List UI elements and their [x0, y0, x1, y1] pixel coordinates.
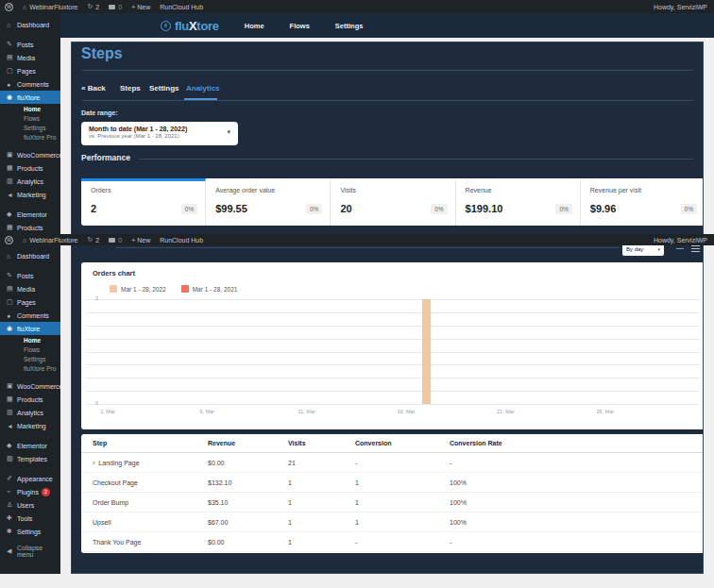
- sidebar-item-settings[interactable]: ✱Settings: [0, 525, 60, 538]
- metric-card-average-order-value[interactable]: Average order value$99.550%: [206, 178, 331, 226]
- fluxtore-logo[interactable]: fl fluXtore: [161, 19, 219, 33]
- admin-bar-new-button[interactable]: + New: [131, 237, 150, 244]
- sidebar-item-comments[interactable]: ●Comments: [0, 77, 60, 91]
- sidebar-item-fluxtore[interactable]: ◉fluXtore: [0, 322, 60, 335]
- admin-bar-howdy[interactable]: Howdy, ServiziWP: [654, 237, 707, 244]
- header-nav-flows[interactable]: Flows: [290, 22, 310, 30]
- sidebar-item-marketing[interactable]: ◄Marketing: [0, 419, 60, 432]
- date-range-label: Date range:: [81, 109, 118, 116]
- steps-panel: Steps « Back Steps Settings Analytics Da…: [71, 42, 704, 234]
- admin-bar-new-button[interactable]: + New: [131, 4, 150, 10]
- tab-back[interactable]: « Back: [81, 84, 106, 92]
- admin-bar-comments[interactable]: 0: [109, 4, 122, 10]
- sidebar-item-products[interactable]: ▦Products: [0, 161, 60, 175]
- pages-icon: ▢: [7, 298, 17, 306]
- metric-card-revenue[interactable]: Revenue$199.100%: [456, 178, 581, 226]
- dash-icon[interactable]: [676, 248, 684, 249]
- sidebar-item-label: Posts: [17, 42, 34, 48]
- sidebar-item-tools[interactable]: ✚Tools: [0, 512, 60, 525]
- tab-steps[interactable]: Steps: [120, 84, 141, 92]
- tab-settings[interactable]: Settings: [149, 84, 179, 92]
- sidebar-subitem-flows[interactable]: Flows: [0, 344, 60, 354]
- tab-analytics[interactable]: Analytics: [186, 84, 220, 92]
- header-nav-home[interactable]: Home: [245, 22, 264, 30]
- sidebar-item-elementor[interactable]: ◆Elementor: [0, 208, 60, 221]
- cell-step: Thank You Page: [93, 539, 208, 546]
- sidebar-item-fluxtore[interactable]: ◉fluXtore: [0, 91, 60, 104]
- sidebar-item-woocommerce[interactable]: ▣WooCommerce: [0, 148, 60, 161]
- sidebar-item-posts[interactable]: ✎Posts: [0, 269, 60, 282]
- fluxtore-logo-text: fluXtore: [175, 19, 219, 33]
- sidebar-item-label: Templates: [17, 456, 47, 462]
- sidebar-item-marketing[interactable]: ◄Marketing: [0, 188, 60, 201]
- sidebar-item-appearance[interactable]: ✐Appearance: [0, 472, 60, 485]
- sidebar-item-users[interactable]: ♙Users: [0, 498, 60, 512]
- comments-count: 0: [118, 4, 122, 10]
- sidebar-item-media[interactable]: ▤Media: [0, 51, 60, 64]
- column-header-conversion: Conversion: [355, 440, 450, 446]
- sidebar-item-dashboard[interactable]: ⌂Dashboard: [0, 18, 60, 31]
- sidebar-item-label: Products: [17, 165, 43, 172]
- sidebar-item-woocommerce[interactable]: ▣WooCommerce: [0, 379, 60, 393]
- title-divider: [81, 70, 693, 71]
- sidebar-subitem-home[interactable]: Home: [0, 335, 60, 344]
- sidebar-item-products[interactable]: ▦Products: [0, 393, 60, 406]
- legend-swatch-icon: [181, 285, 189, 293]
- expand-chevron-icon[interactable]: ›: [93, 460, 94, 466]
- sidebar-item-media[interactable]: ▤Media: [0, 282, 60, 295]
- sidebar-item-collapse[interactable]: ◀Collapse menu: [0, 545, 60, 558]
- fluxtore-icon: ◉: [7, 325, 17, 332]
- chart-menu-icon[interactable]: [691, 245, 700, 254]
- posts-icon: ✎: [7, 272, 17, 279]
- sidebar-subitem-flows[interactable]: Flows: [0, 113, 60, 123]
- metric-card-orders[interactable]: Orders20%: [81, 178, 206, 226]
- step-name: Order Bump: [93, 499, 128, 506]
- sidebar-item-label: Posts: [17, 273, 34, 279]
- admin-bar-updates[interactable]: ↻ 2: [87, 3, 99, 10]
- sidebar-item-label: Products: [17, 396, 43, 403]
- table-row: ›Landing Page$0.0021--: [81, 453, 704, 473]
- admin-bar-runcloud-link[interactable]: RunCloud Hub: [160, 4, 203, 10]
- sidebar-item-templates[interactable]: ▧Templates: [0, 452, 60, 465]
- sidebar-item-analytics[interactable]: ▥Analytics: [0, 175, 60, 188]
- cell-conversion: 1: [355, 479, 450, 486]
- cell-conversion: -: [355, 539, 450, 546]
- sidebar-subitem-settings[interactable]: Settings: [0, 123, 60, 132]
- sidebar-item-label: Comments: [17, 81, 49, 88]
- chart-gridline: [86, 378, 700, 378]
- date-range-select[interactable]: Month to date (Mar 1 - 28, 2022) vs. Pre…: [81, 122, 238, 145]
- header-nav-settings[interactable]: Settings: [335, 22, 364, 30]
- templates-icon: ▧: [7, 455, 17, 462]
- fluxtore-header: fl fluXtore Home Flows Settings: [60, 13, 714, 38]
- sidebar-item-analytics[interactable]: ▥Analytics: [0, 406, 60, 419]
- sidebar-subitem-home[interactable]: Home: [0, 104, 60, 113]
- sidebar-item-label: Media: [17, 55, 35, 61]
- sidebar-subitem-fluxtore-pro[interactable]: fluXtore Pro: [0, 363, 60, 373]
- chart-bar[interactable]: [422, 299, 431, 404]
- sidebar-item-pages[interactable]: ▢Pages: [0, 64, 60, 77]
- admin-bar-updates[interactable]: ↻ 2: [87, 236, 99, 244]
- legend-swatch-icon: [110, 285, 117, 293]
- sidebar-subitem-settings[interactable]: Settings: [0, 354, 60, 363]
- sidebar-item-posts[interactable]: ✎Posts: [0, 38, 60, 51]
- sidebar-item-comments[interactable]: ●Comments: [0, 309, 60, 322]
- wordpress-logo-icon[interactable]: W: [5, 236, 13, 244]
- admin-bar-site-link[interactable]: ⌂ WebinarFluxtore: [23, 4, 77, 10]
- sidebar-item-products-2[interactable]: ▦Products: [0, 221, 60, 234]
- cell-revenue: $0.00: [208, 539, 288, 546]
- cell-revenue: $0.00: [208, 460, 288, 466]
- sidebar-item-dashboard[interactable]: ⌂Dashboard: [0, 249, 60, 262]
- sidebar-item-plugins[interactable]: ⌁Plugins2: [0, 485, 60, 498]
- sidebar-item-label: Elementor: [17, 211, 47, 218]
- admin-bar-runcloud-link[interactable]: RunCloud Hub: [160, 237, 203, 244]
- admin-bar-howdy[interactable]: Howdy, ServiziWP: [654, 4, 707, 10]
- metric-card-visits[interactable]: Visits200%: [331, 178, 455, 226]
- sidebar-item-pages[interactable]: ▢Pages: [0, 295, 60, 309]
- sidebar-subitem-fluxtore-pro[interactable]: fluXtore Pro: [0, 132, 60, 142]
- admin-bar-site-link[interactable]: ⌂ WebinarFluxtore: [23, 237, 77, 244]
- metric-card-revenue-per-visit[interactable]: Revenue per visit$9.960%: [581, 178, 704, 226]
- admin-bar-comments[interactable]: 0: [109, 237, 122, 244]
- sidebar-item-elementor[interactable]: ◆Elementor: [0, 439, 60, 452]
- tools-icon: ✚: [7, 514, 17, 522]
- wordpress-logo-icon[interactable]: W: [5, 3, 13, 11]
